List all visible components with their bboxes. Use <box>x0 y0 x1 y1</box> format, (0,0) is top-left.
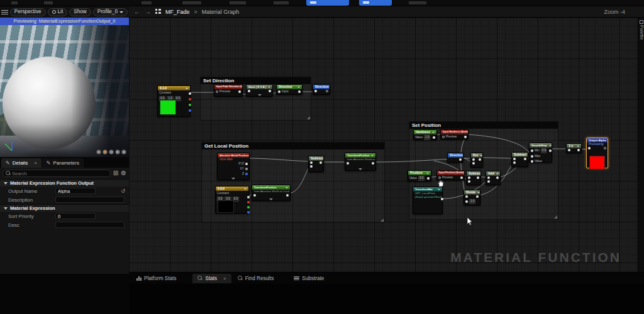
node-smoothstep[interactable]: SmoothStep Min0.0 Max Value <box>529 143 552 163</box>
tab-parameters[interactable]: ✎ Parameters <box>42 158 84 168</box>
tab-details[interactable]: ✎ Details × <box>1 158 42 168</box>
lit-button[interactable]: Lit <box>48 8 68 16</box>
output-pin-r[interactable] <box>247 201 250 203</box>
output-pin-b[interactable] <box>189 109 191 112</box>
perspective-button[interactable]: Perspective <box>10 8 46 16</box>
toolbar-blue-button[interactable] <box>306 0 349 6</box>
toolbar-blue-button[interactable] <box>359 0 392 6</box>
node-subtract-top[interactable]: Subtract <box>511 152 528 167</box>
output-pin[interactable] <box>464 136 467 138</box>
output-pin[interactable] <box>477 176 479 179</box>
tab-platform-stats[interactable]: Platform Stats <box>131 274 181 283</box>
input-pin[interactable] <box>442 136 445 138</box>
grid-view-icon[interactable]: ⊞ <box>113 170 118 176</box>
material-graph-canvas[interactable]: Set Direction Get Local Position Set Pos… <box>129 18 638 272</box>
output-pin[interactable] <box>460 176 463 179</box>
node-named-reroute-direction-usage[interactable]: Direction <box>313 84 330 95</box>
output-pin[interactable] <box>286 194 289 197</box>
node-input-position[interactable]: Input Position (Scalar) Preview <box>436 170 465 180</box>
input-pin[interactable] <box>278 90 280 93</box>
forward-icon[interactable]: → <box>145 9 151 15</box>
output-pin[interactable] <box>496 176 499 179</box>
node-subtract[interactable]: Subtract <box>308 156 324 172</box>
node-component-mask[interactable]: Mask ( R G B ) <box>246 84 273 97</box>
input-pin-a[interactable] <box>310 161 313 164</box>
node-input-hardness[interactable]: Input Hardness (Scalar) Preview <box>440 129 469 139</box>
node-constant3-direction[interactable]: 0,1,0 Constant 0.0 1.0 0.0 <box>157 85 191 117</box>
search-input[interactable] <box>3 170 111 177</box>
close-icon[interactable]: × <box>223 276 226 281</box>
expand-arrow-icon[interactable] <box>231 178 235 180</box>
input-pin[interactable] <box>438 176 441 179</box>
sort-priority-field[interactable] <box>55 213 96 219</box>
toolbar-icon[interactable] <box>142 1 152 4</box>
output-pin[interactable] <box>269 90 271 92</box>
breadcrumb-page[interactable]: Material Graph <box>202 9 240 15</box>
input-pin[interactable] <box>347 162 349 165</box>
node-constant3-zero[interactable]: 0,0,0 Constant 0.0 0.0 0.0 <box>215 186 249 214</box>
output-pin[interactable] <box>441 198 443 200</box>
toolbar-icon[interactable] <box>44 1 53 4</box>
node-param-hardness[interactable]: Hardness Value1.0 <box>413 129 437 140</box>
toolbar-icon[interactable] <box>409 1 426 4</box>
resize-handle[interactable] <box>307 116 310 119</box>
reset-to-default-icon[interactable]: ↺ <box>121 188 125 194</box>
mesh-plane-button[interactable] <box>109 149 114 154</box>
input-pin-b[interactable] <box>465 200 468 203</box>
profile-dropdown[interactable]: Profile_0 <box>93 8 128 16</box>
preview-viewport[interactable] <box>0 25 129 157</box>
node-subtract-2[interactable]: Subtract <box>466 171 481 185</box>
mesh-sphere-button[interactable] <box>103 149 108 154</box>
viewport-menu-icon[interactable] <box>1 9 8 16</box>
output-pin[interactable] <box>372 162 374 165</box>
input-pin[interactable] <box>253 194 256 197</box>
section-header[interactable]: Material Expression <box>0 204 129 212</box>
output-pin[interactable] <box>247 196 250 198</box>
output-pin[interactable] <box>298 90 301 93</box>
breadcrumb-asset[interactable]: MF_Fade <box>165 9 190 15</box>
toolbar-icon[interactable] <box>230 1 246 4</box>
close-icon[interactable]: × <box>34 160 37 166</box>
node-absolute-world-position[interactable]: Absolute World Position Input data XYZ X… <box>217 153 250 180</box>
node-custom-transform[interactable]: TransformMat GET_LocalPoint (Step2 posit… <box>413 187 443 214</box>
input-pin-b[interactable] <box>468 180 470 183</box>
input-pin-min[interactable] <box>531 149 533 152</box>
output-pin[interactable] <box>238 90 241 93</box>
node-param-position[interactable]: Position Value0.0 <box>408 170 431 181</box>
output-name-field[interactable] <box>55 188 96 194</box>
toolbar-icon[interactable] <box>274 1 289 4</box>
node-transform-position-world[interactable]: TransformPosition from Absolute World to… <box>345 153 376 171</box>
input-pin-b[interactable] <box>310 165 313 168</box>
output-pin[interactable] <box>524 158 526 160</box>
output-pin[interactable] <box>427 177 430 180</box>
mesh-custom-button[interactable] <box>121 149 126 154</box>
node-dot[interactable]: Dot <box>470 153 483 168</box>
node-add[interactable]: Add <box>486 171 501 185</box>
output-pin[interactable] <box>319 161 322 164</box>
toolbar-icon[interactable] <box>11 1 18 4</box>
section-header[interactable]: Material Expression Function Output <box>0 179 129 187</box>
output-pin[interactable] <box>549 149 552 152</box>
node-named-reroute-direction-declaration[interactable]: Direction Input <box>276 84 303 95</box>
back-icon[interactable]: ← <box>134 9 140 15</box>
input-pin[interactable] <box>588 147 591 149</box>
input-pin[interactable] <box>216 90 218 93</box>
input-pin-max[interactable] <box>531 155 533 158</box>
tab-stats[interactable]: Stats × <box>192 274 231 283</box>
gear-icon[interactable]: ⚙ <box>121 170 126 176</box>
node-transform-position-local[interactable]: TransformPosition from Absolute World to… <box>252 185 291 201</box>
expand-arrow-icon[interactable] <box>358 168 362 170</box>
input-pin-a[interactable] <box>487 176 490 179</box>
mesh-cube-button[interactable] <box>115 149 120 154</box>
toolbar-icon[interactable] <box>182 1 201 4</box>
output-pin[interactable] <box>604 147 606 149</box>
input-pin-b[interactable] <box>487 180 490 183</box>
input-pin-b[interactable] <box>513 161 516 164</box>
output-pin[interactable] <box>476 195 479 198</box>
input-pin[interactable] <box>314 90 317 92</box>
expand-arrow-icon[interactable] <box>258 94 262 96</box>
output-pin-xyz[interactable] <box>245 163 248 165</box>
input-pin[interactable] <box>248 90 250 92</box>
input-pin-b[interactable] <box>472 162 475 165</box>
output-pin[interactable] <box>189 92 191 95</box>
